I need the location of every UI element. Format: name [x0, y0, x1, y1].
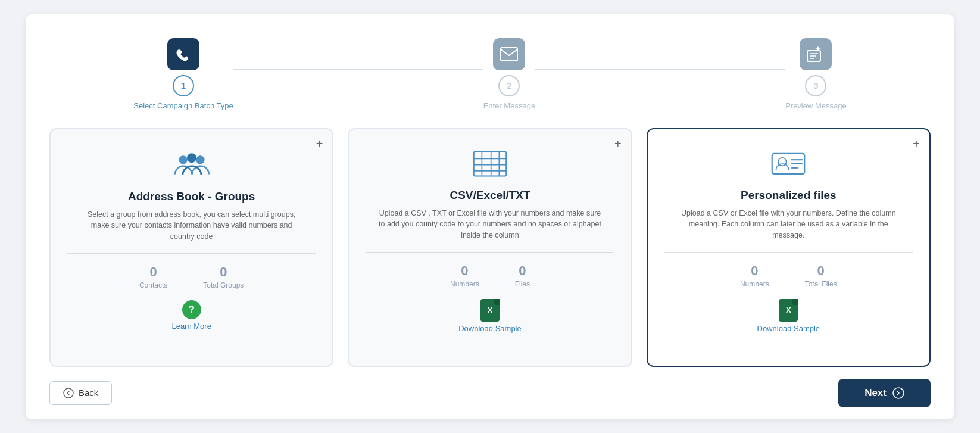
personalized-plus[interactable]: + — [913, 138, 920, 149]
pf-files-value: 0 — [817, 263, 825, 279]
address-book-desc: Select a group from address book, you ca… — [79, 209, 305, 242]
csv-files-value: 0 — [519, 263, 526, 279]
pf-download-link[interactable]: X Download Sample — [757, 299, 820, 333]
csv-divider — [366, 252, 614, 253]
stat-csv-files: 0 Files — [515, 263, 530, 288]
personalized-icon-area — [771, 149, 806, 180]
csv-desc: Upload a CSV , TXT or Excel file with yo… — [377, 208, 603, 241]
personalized-card[interactable]: + Personalized files — [647, 128, 931, 367]
learn-more-text: Learn More — [171, 322, 211, 331]
learn-more-link[interactable]: ? Learn More — [171, 300, 211, 331]
personalized-desc: Upload a CSV or Excel file with your num… — [675, 208, 901, 241]
csv-files-label: Files — [515, 280, 530, 288]
footer: Back Next — [49, 373, 931, 407]
contacts-value: 0 — [150, 264, 157, 280]
next-button[interactable]: Next — [838, 379, 931, 407]
step-2-circle: 2 — [498, 75, 520, 96]
csv-plus[interactable]: + — [614, 138, 622, 149]
groups-label: Total Groups — [203, 281, 244, 289]
step-2-icon — [493, 38, 525, 70]
svg-point-2 — [179, 155, 187, 164]
step-connector-2 — [535, 69, 785, 70]
step-3-wrapper: 3 Preview Message — [785, 38, 847, 110]
address-book-stats: 0 Contacts 0 Total Groups — [139, 264, 244, 289]
back-button[interactable]: Back — [49, 381, 112, 405]
csv-download-link[interactable]: X Download Sample — [458, 299, 522, 333]
stepper: 1 Select Campaign Batch Type 2 Enter Mes — [49, 32, 931, 110]
stat-pf-files: 0 Total Files — [805, 263, 837, 288]
contacts-label: Contacts — [139, 281, 167, 289]
csv-download-text: Download Sample — [458, 324, 522, 333]
step-3-circle: 3 — [805, 75, 826, 96]
csv-icon-area — [473, 149, 507, 180]
csv-numbers-label: Numbers — [450, 280, 479, 288]
step-2-wrapper: 2 Enter Message — [483, 38, 535, 110]
step-3-icon — [800, 38, 832, 70]
csv-numbers-value: 0 — [461, 263, 468, 279]
svg-point-4 — [187, 153, 196, 163]
step-1-wrapper: 1 Select Campaign Batch Type — [133, 38, 233, 110]
svg-point-17 — [64, 388, 73, 398]
personalized-stats: 0 Numbers 0 Total Files — [740, 263, 837, 288]
csv-title: CSV/Excel/TXT — [450, 189, 530, 202]
svg-rect-0 — [501, 48, 517, 61]
excel-corner-pf — [792, 299, 798, 305]
cards-row: + Address Book - Groups — [49, 128, 931, 367]
pf-download-text: Download Sample — [757, 324, 820, 333]
svg-rect-5 — [474, 151, 507, 176]
stat-pf-numbers: 0 Numbers — [740, 263, 769, 288]
csv-stats: 0 Numbers 0 Files — [450, 263, 530, 288]
personalized-divider — [664, 252, 913, 253]
personalized-title: Personalized files — [741, 189, 837, 202]
stat-groups: 0 Total Groups — [203, 264, 244, 289]
address-book-title: Address Book - Groups — [128, 190, 255, 203]
groups-value: 0 — [220, 264, 227, 280]
csv-excel-card[interactable]: + CSV/Excel/TXT — [348, 128, 632, 367]
pf-files-label: Total Files — [805, 280, 837, 288]
stat-contacts: 0 Contacts — [139, 264, 167, 289]
step-1-label: Select Campaign Batch Type — [133, 101, 233, 110]
step-1-circle: 1 — [173, 75, 194, 96]
back-icon — [63, 388, 74, 398]
stat-csv-numbers: 0 Numbers — [450, 263, 479, 288]
excel-icon-csv: X — [480, 299, 500, 322]
address-book-card[interactable]: + Address Book - Groups — [49, 128, 333, 367]
svg-point-3 — [196, 155, 204, 164]
pf-numbers-label: Numbers — [740, 280, 769, 288]
step-connector-1 — [233, 69, 483, 70]
excel-icon-pf: X — [779, 299, 798, 322]
question-icon: ? — [182, 300, 201, 319]
main-card: 1 Select Campaign Batch Type 2 Enter Mes — [26, 14, 954, 419]
address-book-divider — [67, 253, 316, 254]
page-container: 1 Select Campaign Batch Type 2 Enter Mes — [0, 0, 980, 433]
next-icon — [892, 387, 904, 399]
step-2-label: Enter Message — [483, 101, 535, 110]
pf-numbers-value: 0 — [751, 263, 758, 279]
excel-corner — [494, 299, 500, 305]
address-book-plus[interactable]: + — [316, 138, 323, 149]
step-1-icon — [167, 38, 199, 70]
step-3-label: Preview Message — [785, 101, 847, 110]
address-book-icon — [173, 149, 211, 182]
